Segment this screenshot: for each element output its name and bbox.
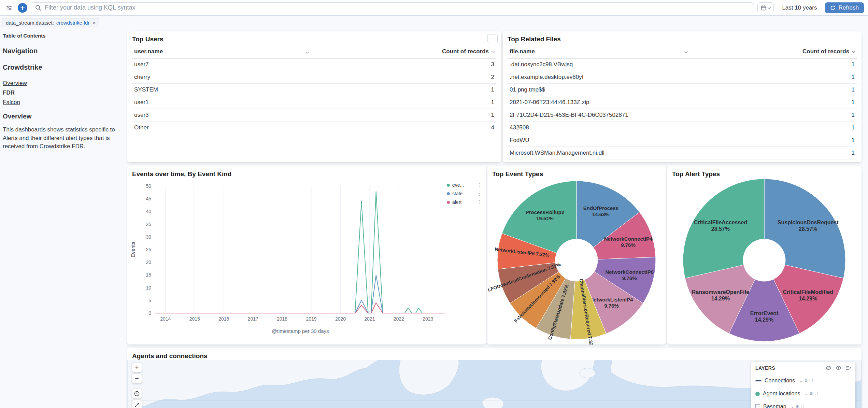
y-tick-label: 25 <box>146 247 151 252</box>
y-tick-label: 0 <box>148 310 151 316</box>
toc-title: Table of Contents <box>3 33 125 39</box>
layer-label: Connections <box>765 378 795 384</box>
table-row[interactable]: .net.example.desktop.ev80yI1 <box>508 71 857 84</box>
chevron-down-icon[interactable]: ⌄ <box>791 404 794 408</box>
top-related-files-table: file.name Count of records .dat.nosync2c… <box>508 45 857 162</box>
table-row[interactable]: Other4 <box>132 122 496 134</box>
layer-swatch-icon <box>755 392 760 396</box>
time-range-button[interactable]: Last 10 years <box>777 4 822 11</box>
filter-pill[interactable]: data_stream.dataset: crowdstrike.fdr × <box>2 18 99 27</box>
layer-row-connections[interactable]: Connections⌄⚙☐ <box>751 374 855 387</box>
cell-count: 1 <box>311 96 496 109</box>
layer-swatch-icon <box>755 380 762 381</box>
chevron-down-icon[interactable]: ⌄ <box>799 378 803 383</box>
map-zoom-in-button[interactable]: + <box>132 363 142 372</box>
layer-row-agent-locations[interactable]: Agent locations⌄⚙☐ <box>751 387 855 400</box>
alert-types-donut-chart: SuspiciousDnsRequest28.57%CriticalFileMo… <box>667 166 862 344</box>
cell-count: 4 <box>311 122 496 134</box>
chevron-down-icon[interactable]: ⌄ <box>805 391 808 396</box>
table-row[interactable]: 01.png.tmp$$1 <box>508 84 857 96</box>
column-header-file-name[interactable]: file.name <box>508 45 689 58</box>
legend-item[interactable]: eve...⋮ <box>447 182 482 188</box>
x-tick-label: 2015 <box>189 316 200 322</box>
table-row[interactable]: 4325081 <box>508 122 857 134</box>
cell-count: 1 <box>689 134 857 147</box>
table-of-contents-panel: Table of Contents Navigation Crowdstrike… <box>3 33 125 151</box>
y-tick-label: 30 <box>146 234 151 240</box>
map[interactable]: + − LAYERS Conn <box>127 360 862 408</box>
cell-name: user3 <box>132 109 311 122</box>
chevron-down-icon <box>852 50 855 53</box>
table-row[interactable]: user31 <box>132 109 496 122</box>
column-header-user-name[interactable]: user.name <box>132 45 311 58</box>
x-tick-label: 2019 <box>306 316 316 322</box>
legend-item[interactable]: state⋮ <box>447 191 482 197</box>
cell-name: SYSTEM <box>132 84 311 96</box>
toc-link-falcon[interactable]: Falcon <box>3 99 125 106</box>
checkbox-icon[interactable]: ☐ <box>809 378 813 383</box>
search-input[interactable] <box>45 4 750 11</box>
table-row[interactable]: FodWU1 <box>508 134 857 147</box>
legend-label: alert <box>452 199 475 205</box>
cell-name: user1 <box>132 96 311 109</box>
gear-icon[interactable]: ⚙ <box>796 404 799 408</box>
toc-link-fdr[interactable]: FDR <box>3 89 125 96</box>
table-row[interactable]: ShipIt1 <box>508 159 857 163</box>
table-row[interactable]: cherry2 <box>132 71 496 84</box>
legend-item-menu-icon[interactable]: ⋮ <box>477 199 482 205</box>
table-row[interactable]: SYSTEM1 <box>132 84 496 96</box>
cell-count: 1 <box>689 58 857 71</box>
filters-menu-icon[interactable] <box>4 3 14 13</box>
agents-connections-panel: Agents and connections + − <box>127 348 862 408</box>
chevron-down-icon <box>768 6 771 9</box>
add-filter-button[interactable] <box>18 3 27 13</box>
cell-name: 432508 <box>508 122 689 134</box>
y-tick-label: 45 <box>146 196 151 201</box>
legend-item-menu-icon[interactable]: ⋮ <box>477 191 482 197</box>
legend-item-menu-icon[interactable]: ⋮ <box>477 182 482 188</box>
table-row[interactable]: 2F71C2D4-D215-453E-BF4C-D6C0375028711 <box>508 109 857 122</box>
y-tick-label: 10 <box>146 285 151 291</box>
date-picker-calendar-button[interactable] <box>757 2 774 13</box>
refresh-icon <box>830 5 836 11</box>
cell-name: 2F71C2D4-D215-453E-BF4C-D6C037502871 <box>508 109 689 122</box>
cell-name: Other <box>132 122 311 134</box>
chevron-down-icon <box>305 50 309 54</box>
chevron-down-icon <box>684 50 688 54</box>
y-tick-label: 35 <box>146 222 151 227</box>
checkbox-icon[interactable]: ☐ <box>814 391 818 396</box>
remove-filter-icon[interactable]: × <box>92 20 96 26</box>
panel-title: Top Users <box>127 31 501 45</box>
table-row[interactable]: Microsoft.WSMan.Management.ni.dll1 <box>508 147 857 159</box>
legend-item[interactable]: alert⋮ <box>447 199 482 205</box>
checkbox-icon[interactable]: ☐ <box>800 404 804 408</box>
cell-name: user7 <box>132 58 311 71</box>
y-tick-label: 5 <box>148 298 151 303</box>
show-layers-icon[interactable] <box>836 365 841 371</box>
hide-layers-icon[interactable] <box>826 365 831 371</box>
column-header-count[interactable]: Count of records <box>689 45 857 58</box>
layer-row-basemap[interactable]: Basemap⌄⚙☐ <box>751 400 855 408</box>
panel-options-icon[interactable]: ··· <box>487 34 498 43</box>
map-zoom-out-button[interactable]: − <box>132 374 142 383</box>
y-axis-label: Events <box>130 242 136 257</box>
table-row[interactable]: user11 <box>132 96 496 109</box>
table-row[interactable]: .dat.nosync2c98.VBwjsq1 <box>508 58 857 71</box>
map-timeslider-icon[interactable] <box>132 389 142 398</box>
cell-name: 01.png.tmp$$ <box>508 84 689 96</box>
column-header-count[interactable]: Count of records <box>311 45 496 58</box>
refresh-button[interactable]: Refresh <box>825 2 864 13</box>
table-row[interactable]: 2021-07-06T23:44:46.133Z.zip1 <box>508 96 857 109</box>
gear-icon[interactable]: ⚙ <box>809 391 813 396</box>
cell-count: 1 <box>311 109 496 122</box>
panel-title: Events over time, By Event Kind <box>127 166 486 180</box>
gear-icon[interactable]: ⚙ <box>804 378 808 383</box>
layer-label: Basemap <box>763 404 786 408</box>
kql-search-bar[interactable] <box>31 2 754 13</box>
collapse-layers-icon[interactable] <box>845 365 851 371</box>
toc-link-overview[interactable]: Overview <box>3 80 125 87</box>
map-expand-icon[interactable] <box>132 400 142 408</box>
legend-swatch <box>447 201 450 204</box>
events-over-time-panel: Events over time, By Event Kind 20142015… <box>127 166 486 344</box>
table-row[interactable]: user73 <box>132 58 496 71</box>
